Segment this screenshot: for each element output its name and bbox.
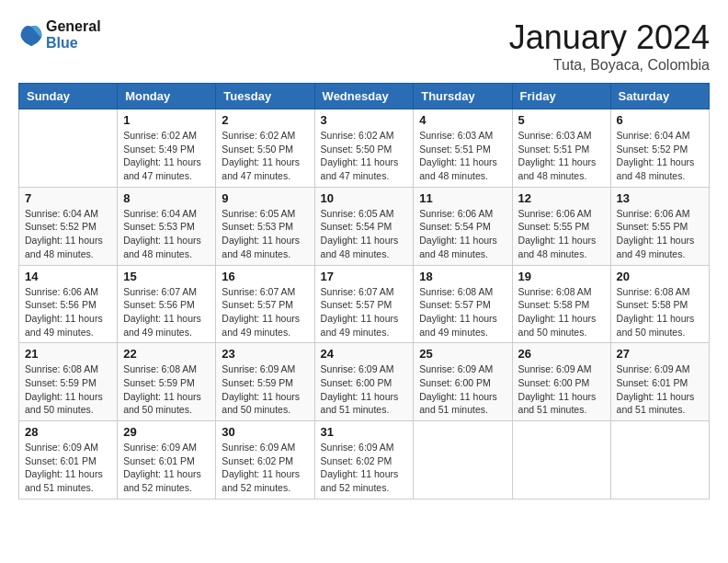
week-row-3: 14Sunrise: 6:06 AMSunset: 5:56 PMDayligh… xyxy=(19,265,710,343)
day-info: Sunrise: 6:07 AMSunset: 5:57 PMDaylight:… xyxy=(321,285,408,339)
day-info: Sunrise: 6:09 AMSunset: 6:00 PMDaylight:… xyxy=(518,362,605,417)
day-info: Sunrise: 6:06 AMSunset: 5:56 PMDaylight:… xyxy=(25,285,111,339)
day-info: Sunrise: 6:06 AMSunset: 5:55 PMDaylight:… xyxy=(617,207,703,261)
day-number: 9 xyxy=(222,191,308,205)
day-cell: 12Sunrise: 6:06 AMSunset: 5:55 PMDayligh… xyxy=(512,187,610,265)
logo-icon xyxy=(18,22,44,48)
day-number: 11 xyxy=(419,191,506,205)
month-title: January 2024 xyxy=(509,18,710,57)
day-number: 1 xyxy=(123,113,210,127)
week-row-2: 7Sunrise: 6:04 AMSunset: 5:52 PMDaylight… xyxy=(19,187,710,265)
day-info: Sunrise: 6:09 AMSunset: 6:01 PMDaylight:… xyxy=(25,441,111,495)
day-info: Sunrise: 6:08 AMSunset: 5:58 PMDaylight:… xyxy=(518,285,605,339)
logo-text: General Blue xyxy=(46,18,101,51)
day-number: 23 xyxy=(222,347,308,361)
day-info: Sunrise: 6:08 AMSunset: 5:59 PMDaylight:… xyxy=(123,362,210,417)
day-cell: 4Sunrise: 6:03 AMSunset: 5:51 PMDaylight… xyxy=(414,109,512,188)
header-cell-wednesday: Wednesday xyxy=(314,84,414,109)
day-number: 22 xyxy=(123,347,210,361)
header-cell-saturday: Saturday xyxy=(610,84,709,109)
day-info: Sunrise: 6:04 AMSunset: 5:53 PMDaylight:… xyxy=(123,207,210,261)
day-cell xyxy=(19,109,118,188)
day-number: 17 xyxy=(321,270,408,283)
day-info: Sunrise: 6:09 AMSunset: 6:02 PMDaylight:… xyxy=(222,441,308,495)
calendar-table: SundayMondayTuesdayWednesdayThursdayFrid… xyxy=(18,83,710,500)
day-number: 27 xyxy=(617,347,703,361)
day-cell: 19Sunrise: 6:08 AMSunset: 5:58 PMDayligh… xyxy=(512,265,610,343)
day-info: Sunrise: 6:06 AMSunset: 5:54 PMDaylight:… xyxy=(419,207,506,261)
logo: General Blue xyxy=(18,18,101,51)
week-row-5: 28Sunrise: 6:09 AMSunset: 6:01 PMDayligh… xyxy=(19,421,710,500)
day-cell: 6Sunrise: 6:04 AMSunset: 5:52 PMDaylight… xyxy=(610,109,709,188)
week-row-4: 21Sunrise: 6:08 AMSunset: 5:59 PMDayligh… xyxy=(19,343,710,421)
day-number: 19 xyxy=(518,270,605,283)
day-info: Sunrise: 6:09 AMSunset: 6:00 PMDaylight:… xyxy=(419,362,506,417)
day-number: 12 xyxy=(518,191,605,205)
day-cell: 24Sunrise: 6:09 AMSunset: 6:00 PMDayligh… xyxy=(314,343,414,421)
week-row-1: 1Sunrise: 6:02 AMSunset: 5:49 PMDaylight… xyxy=(19,109,710,188)
day-info: Sunrise: 6:07 AMSunset: 5:57 PMDaylight:… xyxy=(222,285,308,339)
header-cell-sunday: Sunday xyxy=(19,84,118,109)
day-cell xyxy=(512,421,610,500)
day-cell: 1Sunrise: 6:02 AMSunset: 5:49 PMDaylight… xyxy=(118,109,216,188)
day-info: Sunrise: 6:05 AMSunset: 5:54 PMDaylight:… xyxy=(321,207,408,261)
day-number: 8 xyxy=(123,191,210,205)
day-cell: 23Sunrise: 6:09 AMSunset: 5:59 PMDayligh… xyxy=(216,343,314,421)
day-info: Sunrise: 6:04 AMSunset: 5:52 PMDaylight:… xyxy=(617,129,703,183)
day-number: 16 xyxy=(222,270,308,283)
day-info: Sunrise: 6:08 AMSunset: 5:59 PMDaylight:… xyxy=(25,362,111,417)
day-info: Sunrise: 6:05 AMSunset: 5:53 PMDaylight:… xyxy=(222,207,308,261)
day-info: Sunrise: 6:09 AMSunset: 6:01 PMDaylight:… xyxy=(617,362,703,417)
day-cell: 17Sunrise: 6:07 AMSunset: 5:57 PMDayligh… xyxy=(314,265,414,343)
day-info: Sunrise: 6:02 AMSunset: 5:50 PMDaylight:… xyxy=(222,129,308,183)
location: Tuta, Boyaca, Colombia xyxy=(509,57,710,74)
header-cell-monday: Monday xyxy=(118,84,216,109)
day-number: 5 xyxy=(518,113,605,127)
day-info: Sunrise: 6:04 AMSunset: 5:52 PMDaylight:… xyxy=(25,207,111,261)
day-cell: 7Sunrise: 6:04 AMSunset: 5:52 PMDaylight… xyxy=(19,187,118,265)
day-cell xyxy=(610,421,709,500)
day-cell: 8Sunrise: 6:04 AMSunset: 5:53 PMDaylight… xyxy=(118,187,216,265)
day-info: Sunrise: 6:02 AMSunset: 5:50 PMDaylight:… xyxy=(321,129,408,183)
day-cell: 10Sunrise: 6:05 AMSunset: 5:54 PMDayligh… xyxy=(314,187,414,265)
header-row: SundayMondayTuesdayWednesdayThursdayFrid… xyxy=(19,84,710,109)
day-number: 26 xyxy=(518,347,605,361)
day-cell: 21Sunrise: 6:08 AMSunset: 5:59 PMDayligh… xyxy=(19,343,118,421)
day-cell: 16Sunrise: 6:07 AMSunset: 5:57 PMDayligh… xyxy=(216,265,314,343)
day-cell: 3Sunrise: 6:02 AMSunset: 5:50 PMDaylight… xyxy=(314,109,414,188)
day-info: Sunrise: 6:03 AMSunset: 5:51 PMDaylight:… xyxy=(518,129,605,183)
day-cell: 9Sunrise: 6:05 AMSunset: 5:53 PMDaylight… xyxy=(216,187,314,265)
day-number: 4 xyxy=(419,113,506,127)
day-cell: 20Sunrise: 6:08 AMSunset: 5:58 PMDayligh… xyxy=(610,265,709,343)
day-number: 25 xyxy=(419,347,506,361)
day-number: 13 xyxy=(617,191,703,205)
day-info: Sunrise: 6:08 AMSunset: 5:58 PMDaylight:… xyxy=(617,285,703,339)
day-cell: 13Sunrise: 6:06 AMSunset: 5:55 PMDayligh… xyxy=(610,187,709,265)
day-cell: 26Sunrise: 6:09 AMSunset: 6:00 PMDayligh… xyxy=(512,343,610,421)
page-header: General Blue January 2024 Tuta, Boyaca, … xyxy=(18,18,710,74)
day-cell: 5Sunrise: 6:03 AMSunset: 5:51 PMDaylight… xyxy=(512,109,610,188)
day-number: 31 xyxy=(321,425,408,439)
day-info: Sunrise: 6:02 AMSunset: 5:49 PMDaylight:… xyxy=(123,129,210,183)
day-cell: 2Sunrise: 6:02 AMSunset: 5:50 PMDaylight… xyxy=(216,109,314,188)
day-cell: 27Sunrise: 6:09 AMSunset: 6:01 PMDayligh… xyxy=(610,343,709,421)
day-cell xyxy=(414,421,512,500)
day-cell: 30Sunrise: 6:09 AMSunset: 6:02 PMDayligh… xyxy=(216,421,314,500)
day-info: Sunrise: 6:06 AMSunset: 5:55 PMDaylight:… xyxy=(518,207,605,261)
day-cell: 29Sunrise: 6:09 AMSunset: 6:01 PMDayligh… xyxy=(118,421,216,500)
day-cell: 22Sunrise: 6:08 AMSunset: 5:59 PMDayligh… xyxy=(118,343,216,421)
day-number: 28 xyxy=(25,425,111,439)
day-info: Sunrise: 6:08 AMSunset: 5:57 PMDaylight:… xyxy=(419,285,506,339)
day-number: 7 xyxy=(25,191,111,205)
day-info: Sunrise: 6:07 AMSunset: 5:56 PMDaylight:… xyxy=(123,285,210,339)
header-cell-tuesday: Tuesday xyxy=(216,84,314,109)
day-number: 14 xyxy=(25,270,111,283)
day-number: 20 xyxy=(617,270,703,283)
day-number: 15 xyxy=(123,270,210,283)
header-cell-friday: Friday xyxy=(512,84,610,109)
day-number: 6 xyxy=(617,113,703,127)
day-info: Sunrise: 6:09 AMSunset: 6:02 PMDaylight:… xyxy=(321,441,408,495)
day-cell: 11Sunrise: 6:06 AMSunset: 5:54 PMDayligh… xyxy=(414,187,512,265)
day-number: 29 xyxy=(123,425,210,439)
day-cell: 18Sunrise: 6:08 AMSunset: 5:57 PMDayligh… xyxy=(414,265,512,343)
